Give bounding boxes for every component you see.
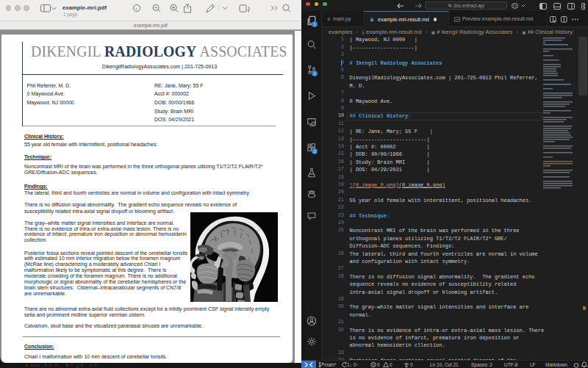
svg-text:i: i [135,6,137,12]
